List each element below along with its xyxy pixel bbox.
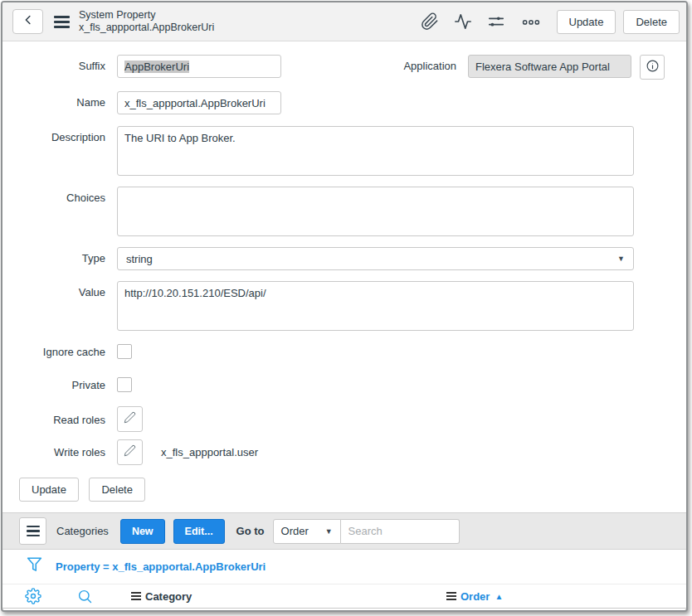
edit-button[interactable]: Edit... — [173, 519, 225, 544]
description-label: Description — [19, 126, 105, 143]
goto-selected-value: Order — [281, 525, 309, 537]
type-selected-value: string — [126, 253, 153, 265]
name-label: Name — [19, 91, 105, 109]
categories-list-header: Categories New Edit... Go to Order ▼ — [2, 512, 686, 550]
type-label: Type — [19, 247, 105, 264]
funnel-filter-icon[interactable] — [26, 555, 43, 579]
application-info-button[interactable] — [640, 55, 665, 80]
back-chevron-icon — [21, 12, 36, 31]
info-icon — [646, 59, 660, 76]
footer-delete-button[interactable]: Delete — [89, 478, 145, 502]
header-delete-button[interactable]: Delete — [623, 10, 680, 34]
personalize-form-sliders-icon[interactable] — [487, 12, 505, 31]
record-title: System Property x_fls_appportal.AppBroke… — [79, 9, 214, 34]
write-roles-edit-button[interactable] — [117, 439, 143, 465]
filter-breadcrumb-link[interactable]: Property = x_fls_appportal.AppBrokerUri — [56, 560, 266, 573]
category-column-label[interactable]: Category — [145, 590, 192, 603]
list-search-icon[interactable] — [77, 589, 93, 604]
suffix-selected-text: AppBrokerUri — [124, 61, 189, 73]
form-body: Suffix AppBrokerUri Application Name Des… — [2, 41, 686, 502]
order-column-label[interactable]: Order — [461, 590, 490, 603]
related-list-title: Categories — [56, 525, 109, 537]
value-textarea[interactable]: http://10.20.151.210/ESD/api/ — [117, 281, 634, 331]
write-roles-value: x_fls_appportal.user — [161, 439, 258, 458]
list-context-menu-button[interactable] — [19, 517, 46, 545]
form-header: System Property x_fls_appportal.AppBroke… — [2, 2, 686, 41]
ignore-cache-label: Ignore cache — [19, 345, 105, 358]
column-menu-icon[interactable] — [446, 592, 456, 600]
read-roles-edit-button[interactable] — [117, 406, 143, 432]
private-checkbox[interactable] — [117, 377, 132, 392]
goto-label: Go to — [236, 525, 265, 537]
back-button[interactable] — [12, 9, 43, 34]
header-update-button[interactable]: Update — [557, 10, 616, 34]
system-property-window: System Property x_fls_appportal.AppBroke… — [1, 1, 688, 612]
column-header-category[interactable]: Category — [131, 590, 192, 603]
description-textarea[interactable]: The URI to App Broker. — [117, 126, 634, 176]
suffix-input[interactable]: AppBrokerUri — [117, 55, 281, 78]
form-context-menu-icon[interactable] — [54, 16, 70, 28]
application-input — [468, 55, 631, 78]
ignore-cache-checkbox[interactable] — [117, 344, 132, 359]
list-column-header-row: Category Order ▲ — [2, 584, 686, 609]
pencil-icon — [124, 411, 136, 427]
activity-stream-icon[interactable] — [454, 12, 472, 31]
choices-textarea[interactable] — [117, 187, 634, 236]
value-label: Value — [19, 281, 105, 298]
attachment-paperclip-icon[interactable] — [421, 12, 439, 31]
list-filter-row: Property = x_fls_appportal.AppBrokerUri — [2, 550, 686, 584]
write-roles-label: Write roles — [19, 439, 105, 458]
column-menu-icon[interactable] — [131, 592, 141, 600]
chevron-down-icon: ▼ — [325, 527, 333, 536]
form-footer: Update Delete — [2, 478, 686, 502]
private-label: Private — [19, 378, 105, 391]
type-select[interactable]: string ▼ — [117, 247, 634, 270]
more-options-icon[interactable] — [520, 12, 542, 31]
chevron-down-icon: ▼ — [617, 255, 625, 263]
column-header-order[interactable]: Order ▲ — [446, 590, 503, 603]
record-subtitle: x_fls_appportal.AppBrokerUri — [79, 22, 214, 34]
list-search-input[interactable] — [341, 519, 460, 544]
read-roles-label: Read roles — [19, 413, 105, 426]
name-input[interactable] — [117, 91, 281, 114]
new-button[interactable]: New — [120, 519, 165, 544]
sort-ascending-icon: ▲ — [495, 592, 503, 601]
choices-label: Choices — [19, 187, 105, 204]
page-title: System Property — [79, 9, 214, 22]
gear-icon[interactable] — [25, 588, 41, 604]
pencil-icon — [124, 444, 136, 460]
application-label: Application — [281, 55, 456, 72]
footer-update-button[interactable]: Update — [19, 478, 79, 502]
suffix-label: Suffix — [19, 55, 105, 72]
goto-field-select[interactable]: Order ▼ — [273, 519, 341, 544]
